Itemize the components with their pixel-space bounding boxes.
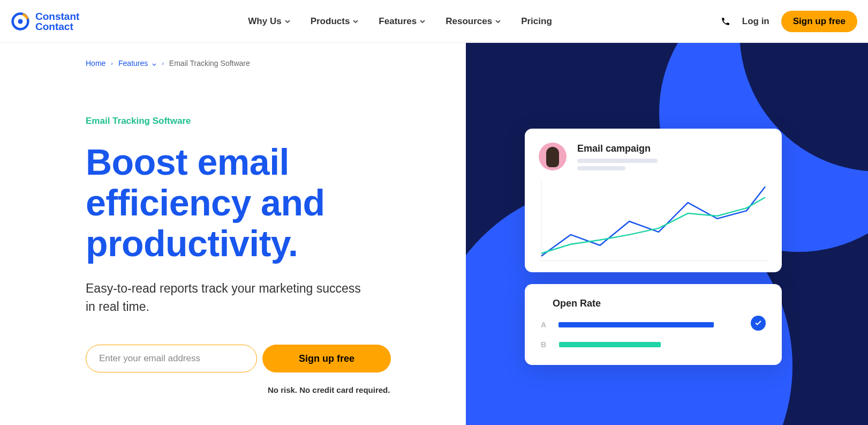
bar-fill-a	[558, 322, 714, 327]
illustration-card-campaign: Email campaign	[525, 129, 782, 272]
logo[interactable]: Constant Contact	[11, 11, 79, 32]
hero-title: Boost email efficiency and productivity.	[86, 141, 428, 264]
bar-row-b: B	[541, 340, 766, 349]
main-nav: Why Us Products Features Resources Prici…	[248, 16, 552, 27]
header-actions: Log in Sign up free	[721, 11, 857, 32]
nav-products[interactable]: Products	[311, 16, 359, 27]
card-header: Email campaign	[539, 143, 768, 170]
main-content: Home › Features › Email Tracking Softwar…	[0, 43, 868, 425]
placeholder-line	[577, 159, 658, 163]
breadcrumb-separator: ›	[162, 60, 164, 66]
logo-text: Constant Contact	[35, 11, 79, 32]
nav-pricing[interactable]: Pricing	[521, 16, 552, 27]
breadcrumb-separator: ›	[111, 60, 113, 66]
card-title: Open Rate	[553, 298, 766, 309]
signup-main-button[interactable]: Sign up free	[262, 345, 391, 372]
breadcrumb-features-label: Features	[118, 59, 148, 68]
nav-features[interactable]: Features	[379, 16, 425, 27]
signup-disclaimer: No risk. No credit card required.	[268, 385, 428, 394]
nav-why-us[interactable]: Why Us	[248, 16, 290, 27]
logo-text-line2: Contact	[35, 21, 79, 32]
chevron-down-icon	[420, 20, 425, 23]
illustration-card-open-rate: Open Rate A B	[525, 284, 782, 365]
breadcrumb-current: Email Tracking Software	[169, 59, 250, 68]
nav-label: Features	[379, 16, 417, 27]
breadcrumb-home[interactable]: Home	[86, 59, 105, 68]
card-title: Email campaign	[577, 143, 658, 154]
line-chart-icon	[539, 181, 768, 262]
logo-text-line1: Constant	[35, 11, 79, 21]
chevron-down-icon	[285, 20, 290, 23]
chevron-down-icon	[353, 20, 358, 23]
hero-eyebrow: Email Tracking Software	[86, 116, 428, 126]
hero-subtitle: Easy-to-read reports track your marketin…	[86, 280, 364, 316]
signup-header-button[interactable]: Sign up free	[781, 11, 857, 32]
logo-icon	[11, 12, 30, 31]
site-header: Constant Contact Why Us Products Feature…	[0, 0, 868, 43]
phone-icon[interactable]	[721, 17, 730, 26]
bar-fill-b	[559, 342, 661, 347]
nav-label: Why Us	[248, 16, 281, 27]
nav-label: Products	[311, 16, 350, 27]
login-link[interactable]: Log in	[742, 16, 769, 27]
bar-row-a: A	[541, 319, 766, 331]
check-circle-icon	[751, 316, 766, 331]
chevron-down-icon	[152, 63, 156, 66]
bar-label: B	[541, 340, 549, 349]
avatar	[539, 143, 567, 170]
chevron-down-icon	[495, 20, 501, 23]
placeholder-line	[577, 166, 625, 170]
breadcrumb-features[interactable]: Features	[118, 59, 156, 68]
nav-label: Pricing	[521, 16, 552, 27]
nav-label: Resources	[446, 16, 492, 27]
hero-left: Home › Features › Email Tracking Softwar…	[0, 43, 466, 425]
hero-illustration: Email campaign Open Rate A	[466, 43, 868, 425]
email-input[interactable]	[86, 345, 257, 372]
bar-label: A	[541, 320, 549, 329]
signup-form: Sign up free	[86, 345, 428, 372]
svg-point-1	[18, 19, 23, 24]
chart-area	[539, 181, 768, 262]
breadcrumb: Home › Features › Email Tracking Softwar…	[86, 59, 428, 68]
nav-resources[interactable]: Resources	[446, 16, 501, 27]
